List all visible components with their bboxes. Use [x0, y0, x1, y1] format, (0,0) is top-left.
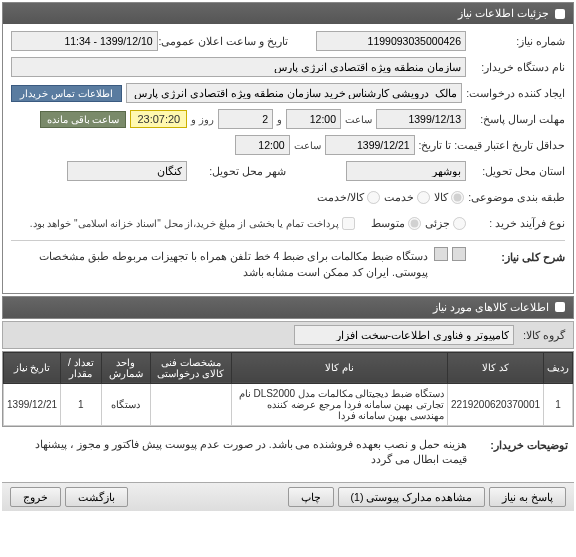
panel2-title: اطلاعات کالاهای مورد نیاز	[433, 301, 549, 314]
desc-text: دستگاه ضبط مکالمات برای ضبط 4 خط تلفن هم…	[11, 247, 430, 283]
cell-idx: 1	[544, 383, 573, 425]
deadline-date-field	[376, 109, 466, 129]
buyer-name-label: نام دستگاه خریدار:	[470, 61, 565, 73]
goods-table: ردیف کد کالا نام کالا مشخصات فنی کالای د…	[3, 352, 573, 426]
cat-goods-label: کالا	[434, 191, 448, 204]
delivery-state-label: استان محل تحویل:	[470, 165, 565, 177]
deadline-hour-field	[286, 109, 341, 129]
need-number-field	[316, 31, 466, 51]
group-label: گروه کالا:	[523, 329, 565, 341]
cell-unit: دستگاه	[101, 383, 150, 425]
need-number-label: شماره نیاز:	[470, 35, 565, 47]
deadline-label: مهلت ارسال پاسخ:	[470, 113, 565, 125]
partial-pay-checkbox	[342, 217, 355, 230]
cat-goods-service-label: کالا/خدمت	[317, 191, 364, 204]
validity-hour-field	[235, 135, 290, 155]
cell-name: دستگاه ضبط دیجیتالی مکالمات مدل DLS2000 …	[231, 383, 447, 425]
partial-pay-label: پرداخت تمام یا بخشی از مبلغ خرید،از محل …	[30, 218, 339, 229]
th-unit: واحد شمارش	[101, 352, 150, 383]
respond-button[interactable]: پاسخ به نیاز	[489, 487, 566, 507]
group-field	[294, 325, 514, 345]
desc-label: شرح کلی نیاز:	[470, 247, 565, 264]
cell-qty: 1	[61, 383, 101, 425]
proc-medium-label: متوسط	[371, 217, 405, 230]
hour-label-2: ساعت	[294, 140, 321, 151]
cat-service-radio	[417, 191, 430, 204]
buyer-notes-text: هزینه حمل و نصب بعهده فروشنده می باشد. د…	[8, 435, 469, 471]
panel-header-goods-info: اطلاعات کالاهای مورد نیاز	[3, 297, 573, 318]
public-date-label: تاریخ و ساعت اعلان عمومی:	[162, 35, 288, 47]
th-idx: ردیف	[544, 352, 573, 383]
th-code: کد کالا	[448, 352, 544, 383]
group-row: گروه کالا:	[2, 321, 574, 349]
cat-service-label: خدمت	[384, 191, 414, 204]
cell-spec	[150, 383, 231, 425]
buyer-name-field	[11, 57, 466, 77]
proc-small-label: جزئی	[425, 217, 450, 230]
delivery-city-label: شهر محل تحویل:	[191, 165, 286, 177]
public-date-field	[11, 31, 158, 51]
exit-button[interactable]: خروج	[10, 487, 61, 507]
delivery-city-field	[67, 161, 187, 181]
creator-field	[126, 83, 463, 103]
th-qty: تعداد / مقدار	[61, 352, 101, 383]
print-button[interactable]: چاپ	[288, 487, 334, 507]
process-label: نوع فرآیند خرید :	[470, 217, 565, 229]
hour-label-1: ساعت	[345, 114, 372, 125]
cat-goods-radio	[451, 191, 464, 204]
proc-small-radio	[453, 217, 466, 230]
days-unit-label: روز و	[191, 114, 214, 125]
copy-icon[interactable]	[434, 247, 448, 261]
cell-date: 1399/12/21	[4, 383, 61, 425]
table-row: 1 2219200620370001 دستگاه ضبط دیجیتالی م…	[4, 383, 573, 425]
delivery-state-field	[346, 161, 466, 181]
time-left-badge: 23:07:20	[130, 110, 187, 128]
proc-medium-radio	[408, 217, 421, 230]
th-name: نام کالا	[231, 352, 447, 383]
deadline-days-field	[218, 109, 273, 129]
and-label: و	[277, 114, 282, 125]
attachments-button[interactable]: مشاهده مدارک پیوستی (1)	[338, 487, 486, 507]
th-date: تاریخ نیاز	[4, 352, 61, 383]
footer-toolbar: پاسخ به نیاز مشاهده مدارک پیوستی (1) چاپ…	[2, 482, 574, 511]
validity-date-field	[325, 135, 415, 155]
back-button[interactable]: بازگشت	[65, 487, 128, 507]
expand-icon[interactable]	[452, 247, 466, 261]
buyer-notes-label: توضیحات خریدار:	[473, 435, 568, 452]
buyer-contact-button[interactable]: اطلاعات تماس خریدار	[11, 85, 122, 102]
validity-label: حداقل تاریخ اعتبار قیمت: تا تاریخ:	[419, 139, 565, 151]
panel-title: جزئیات اطلاعات نیاز	[458, 7, 549, 20]
th-spec: مشخصات فنی کالای درخواستی	[150, 352, 231, 383]
creator-label: ایجاد کننده درخواست:	[466, 87, 565, 99]
category-label: طبقه بندی موضوعی:	[468, 191, 565, 203]
cell-code: 2219200620370001	[448, 383, 544, 425]
remaining-badge: ساعت باقی مانده	[40, 111, 127, 128]
cat-goods-service-radio	[367, 191, 380, 204]
panel-header-need-details: جزئیات اطلاعات نیاز	[3, 3, 573, 24]
